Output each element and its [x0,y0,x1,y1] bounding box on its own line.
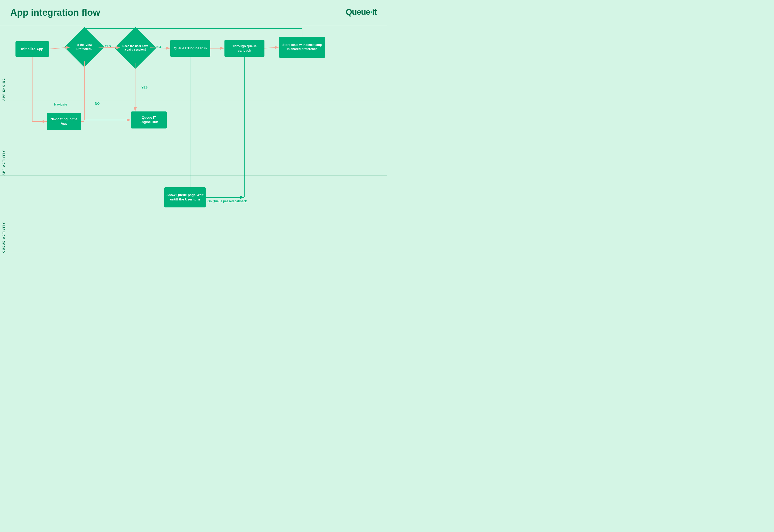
on-queue-passed-label: On Queue passed callback [207,199,247,203]
lane-label-queue-activity: QUEUE ACTIVITY [2,183,5,253]
queue-it-engine-run-activity-box: Queue IT Engine.Run [131,111,167,128]
initialize-app-box: Initialize App [15,41,49,57]
store-state-box: Store state with timestamp in shared pre… [279,37,325,58]
lane-bottom-divider [0,175,387,176]
logo-text2: it [372,7,377,17]
page-title: App integration flow [10,7,100,18]
logo-text1: Queue [346,7,370,17]
show-queue-page-box: Show Queue page Wait untill the User tur… [164,187,206,207]
navigating-app-box: Navigating in the App [47,113,81,130]
lane-label-app-engine: APP ENGINE [2,34,5,101]
no-label-2: NO [95,102,100,106]
is-view-protected-diamond: Is the View Protected? [70,33,99,61]
has-valid-session-diamond: Does the user have a valid session? [120,33,150,63]
lane-top-divider [0,25,387,25]
lane-label-app-activity: APP ACTIVITY [2,108,5,175]
through-queue-callback-box: Through queue callback [224,40,264,57]
navigate-label: Navigate [54,103,67,106]
queue-it-engine-run-box: Queue ITEngine.Run [170,40,210,57]
no-label-1: NO– [156,45,163,49]
is-view-protected-label: Is the View Protected? [70,42,99,52]
lane-mid-divider [0,101,387,101]
svg-line-6 [264,47,279,48]
logo: Queue·it [346,7,377,17]
yes-label-1: YES [105,44,111,48]
has-valid-session-label: Does the user have a valid session? [120,43,150,53]
yes-label-2: YES [141,86,148,89]
